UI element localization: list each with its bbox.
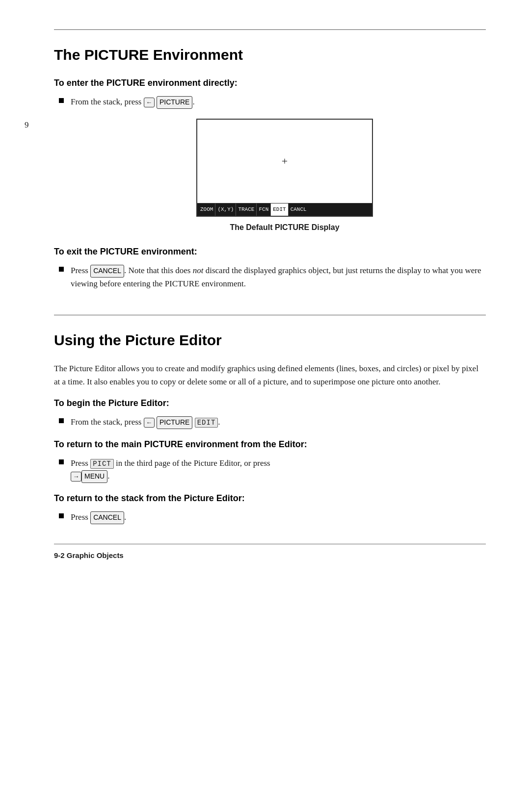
picture-key[interactable]: PICTURE <box>157 96 192 109</box>
bullet-square-icon3 <box>59 418 64 423</box>
left-arrow-key2[interactable]: ← <box>144 418 155 428</box>
bullet-enter-picture: From the stack, press ← PICTURE. <box>54 96 486 109</box>
menu-key[interactable]: MENU <box>81 470 107 483</box>
page-number: 9 <box>25 119 29 131</box>
picture-menubar: ZOOM (X,Y) TRACE FCN EDIT CANCL <box>197 203 372 216</box>
subsection2-exit: To exit the PICTURE environment: Press C… <box>54 245 486 290</box>
bullet-exit-text: Press CANCEL. Note that this does not di… <box>71 264 486 290</box>
menu-cancl[interactable]: CANCL <box>289 203 309 216</box>
subsection-return-heading: To return to the main PICTURE environmen… <box>54 438 486 451</box>
subsection1-heading: To enter the PICTURE environment directl… <box>54 76 486 90</box>
pict-softkey[interactable]: PICT <box>90 459 114 469</box>
top-divider <box>54 29 486 30</box>
bullet-exit-picture: Press CANCEL. Note that this does not di… <box>54 264 486 290</box>
subsection-return-main: To return to the main PICTURE environmen… <box>54 438 486 483</box>
section1-title: The PICTURE Environment <box>54 44 486 66</box>
edit-softkey[interactable]: EDIT <box>195 418 218 428</box>
menu-trace[interactable]: TRACE <box>236 203 257 216</box>
section-picture-environment: The PICTURE Environment To enter the PIC… <box>54 44 486 290</box>
plus-symbol: + <box>282 153 288 169</box>
bullet-square-icon <box>59 98 64 103</box>
footer-divider <box>54 544 486 544</box>
bullet-enter-text: From the stack, press ← PICTURE. <box>71 96 486 109</box>
bullet-begin-text: From the stack, press ← PICTURE EDIT. <box>71 416 486 429</box>
left-arrow-key[interactable]: ← <box>144 98 155 107</box>
bullet-return-stack: Press CANCEL. <box>54 511 486 524</box>
subsection-return-stack-heading: To return to the stack from the Picture … <box>54 492 486 505</box>
picture-display-frame: + ZOOM (X,Y) TRACE FCN EDIT CANCL <box>196 119 373 217</box>
bullet-return-main-text: Press PICT in the third page of the Pict… <box>71 457 486 483</box>
picture-display-container: + ZOOM (X,Y) TRACE FCN EDIT CANCL The De… <box>83 119 486 233</box>
subsection-return-stack: To return to the stack from the Picture … <box>54 492 486 524</box>
footer-text: 9-2 Graphic Objects <box>54 550 486 561</box>
menu-zoom[interactable]: ZOOM <box>198 203 215 216</box>
menu-edit[interactable]: EDIT <box>271 203 288 216</box>
cancel-key-1[interactable]: CANCEL <box>90 265 124 278</box>
not-italic: not <box>193 266 204 275</box>
menu-xy[interactable]: (X,Y) <box>215 203 236 216</box>
bullet-square-icon5 <box>59 513 64 518</box>
right-arrow-key[interactable]: → <box>71 472 81 482</box>
cancel-key-2[interactable]: CANCEL <box>90 511 124 524</box>
section2-divider <box>54 315 486 315</box>
picture-display-main: + <box>197 120 372 203</box>
subsection-begin-editor: To begin the Picture Editor: From the st… <box>54 397 486 429</box>
picture-key2[interactable]: PICTURE <box>157 416 192 429</box>
bullet-return-stack-text: Press CANCEL. <box>71 511 486 524</box>
section-picture-editor: Using the Picture Editor The Picture Edi… <box>54 329 486 524</box>
bullet-return-main: Press PICT in the third page of the Pict… <box>54 457 486 483</box>
subsection1-enter: To enter the PICTURE environment directl… <box>54 76 486 109</box>
display-caption: The Default PICTURE Display <box>230 222 339 233</box>
bullet-begin-editor: From the stack, press ← PICTURE EDIT. <box>54 416 486 429</box>
section2-intro: The Picture Editor allows you to create … <box>54 362 486 388</box>
menu-fcn[interactable]: FCN <box>257 203 271 216</box>
subsection2-heading: To exit the PICTURE environment: <box>54 245 486 258</box>
bullet-square-icon2 <box>59 267 64 272</box>
subsection-begin-heading: To begin the Picture Editor: <box>54 397 486 410</box>
section2-title: Using the Picture Editor <box>54 329 486 351</box>
bullet-square-icon4 <box>59 459 64 464</box>
